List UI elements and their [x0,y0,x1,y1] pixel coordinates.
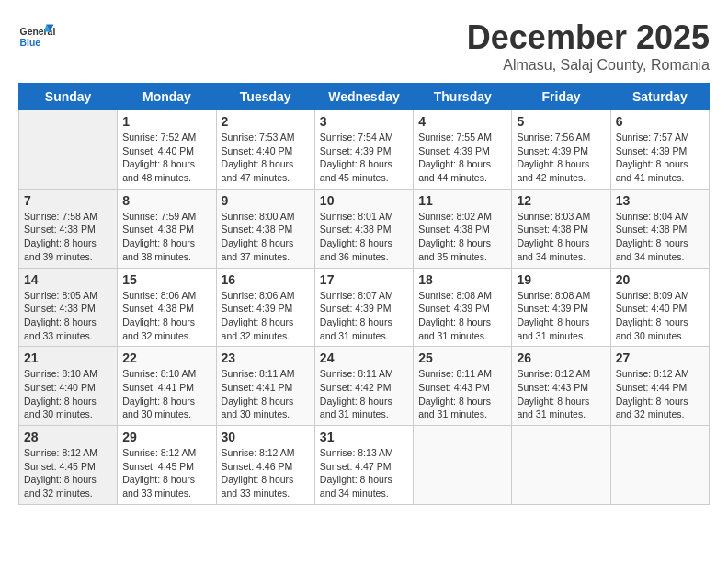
day-info: Sunrise: 8:01 AMSunset: 4:38 PMDaylight:… [320,210,408,264]
calendar-cell [610,426,709,505]
calendar-cell: 3Sunrise: 7:54 AMSunset: 4:39 PMDaylight… [314,110,413,190]
calendar-cell: 28Sunrise: 8:12 AMSunset: 4:45 PMDayligh… [19,426,118,505]
calendar-cell: 18Sunrise: 8:08 AMSunset: 4:39 PMDayligh… [414,268,512,347]
calendar-cell: 27Sunrise: 8:12 AMSunset: 4:44 PMDayligh… [610,347,709,426]
weekday-header-sunday: Sunday [19,84,118,110]
day-number: 9 [222,193,310,208]
day-number: 25 [418,350,506,365]
weekday-header-row: SundayMondayTuesdayWednesdayThursdayFrid… [19,84,710,110]
calendar-cell: 15Sunrise: 8:06 AMSunset: 4:38 PMDayligh… [118,268,216,347]
day-info: Sunrise: 8:02 AMSunset: 4:38 PMDaylight:… [418,210,506,264]
day-number: 15 [122,272,210,287]
day-number: 1 [122,114,210,129]
day-info: Sunrise: 8:12 AMSunset: 4:46 PMDaylight:… [222,446,310,500]
day-info: Sunrise: 8:06 AMSunset: 4:38 PMDaylight:… [122,289,210,343]
weekday-header-saturday: Saturday [610,84,709,110]
day-number: 18 [418,272,506,287]
title-section: December 2025 Almasu, Salaj County, Roma… [467,18,710,74]
day-info: Sunrise: 8:00 AMSunset: 4:38 PMDaylight:… [222,210,310,264]
day-number: 23 [222,350,310,365]
calendar-table: SundayMondayTuesdayWednesdayThursdayFrid… [18,83,710,505]
weekday-header-monday: Monday [118,84,216,110]
day-number: 16 [222,272,310,287]
day-number: 28 [24,430,112,444]
day-number: 13 [616,193,704,208]
day-info: Sunrise: 8:12 AMSunset: 4:45 PMDaylight:… [122,446,210,500]
day-info: Sunrise: 8:05 AMSunset: 4:38 PMDaylight:… [24,289,112,343]
calendar-cell: 16Sunrise: 8:06 AMSunset: 4:39 PMDayligh… [216,268,314,347]
calendar-cell: 13Sunrise: 8:04 AMSunset: 4:38 PMDayligh… [610,189,709,268]
calendar-week-4: 21Sunrise: 8:10 AMSunset: 4:40 PMDayligh… [19,347,710,426]
day-number: 8 [122,193,210,208]
calendar-week-5: 28Sunrise: 8:12 AMSunset: 4:45 PMDayligh… [19,426,710,505]
calendar-cell: 21Sunrise: 8:10 AMSunset: 4:40 PMDayligh… [19,347,118,426]
day-number: 27 [616,350,704,365]
day-info: Sunrise: 8:11 AMSunset: 4:43 PMDaylight:… [418,367,506,421]
day-number: 17 [320,272,408,287]
day-info: Sunrise: 8:10 AMSunset: 4:40 PMDaylight:… [24,367,112,421]
location-subtitle: Almasu, Salaj County, Romania [467,57,710,74]
day-number: 7 [24,193,112,208]
day-number: 19 [517,272,605,287]
weekday-header-thursday: Thursday [414,84,512,110]
calendar-cell: 26Sunrise: 8:12 AMSunset: 4:43 PMDayligh… [512,347,610,426]
calendar-cell: 22Sunrise: 8:10 AMSunset: 4:41 PMDayligh… [118,347,216,426]
calendar-cell: 31Sunrise: 8:13 AMSunset: 4:47 PMDayligh… [314,426,413,505]
day-number: 5 [517,114,605,129]
calendar-cell: 11Sunrise: 8:02 AMSunset: 4:38 PMDayligh… [414,189,512,268]
calendar-cell: 6Sunrise: 7:57 AMSunset: 4:39 PMDaylight… [610,110,709,190]
calendar-week-2: 7Sunrise: 7:58 AMSunset: 4:38 PMDaylight… [19,189,710,268]
calendar-cell: 12Sunrise: 8:03 AMSunset: 4:38 PMDayligh… [512,189,610,268]
day-info: Sunrise: 8:06 AMSunset: 4:39 PMDaylight:… [222,289,310,343]
day-info: Sunrise: 8:12 AMSunset: 4:44 PMDaylight:… [616,367,704,421]
day-number: 6 [616,114,704,129]
calendar-cell: 23Sunrise: 8:11 AMSunset: 4:41 PMDayligh… [216,347,314,426]
weekday-header-friday: Friday [512,84,610,110]
calendar-cell: 7Sunrise: 7:58 AMSunset: 4:38 PMDaylight… [19,189,118,268]
calendar-cell: 10Sunrise: 8:01 AMSunset: 4:38 PMDayligh… [314,189,413,268]
day-info: Sunrise: 8:09 AMSunset: 4:40 PMDaylight:… [616,289,704,343]
header: General Blue December 2025 Almasu, Salaj… [18,18,710,74]
day-info: Sunrise: 8:07 AMSunset: 4:39 PMDaylight:… [320,289,408,343]
calendar-cell [19,110,118,190]
day-number: 29 [122,430,210,444]
calendar-cell: 4Sunrise: 7:55 AMSunset: 4:39 PMDaylight… [414,110,512,190]
calendar-cell: 9Sunrise: 8:00 AMSunset: 4:38 PMDaylight… [216,189,314,268]
day-info: Sunrise: 7:52 AMSunset: 4:40 PMDaylight:… [122,131,210,185]
calendar-week-1: 1Sunrise: 7:52 AMSunset: 4:40 PMDaylight… [19,110,710,190]
day-number: 31 [320,430,408,444]
calendar-cell: 14Sunrise: 8:05 AMSunset: 4:38 PMDayligh… [19,268,118,347]
day-number: 3 [320,114,408,129]
day-info: Sunrise: 7:59 AMSunset: 4:38 PMDaylight:… [122,210,210,264]
day-number: 22 [122,350,210,365]
calendar-cell: 19Sunrise: 8:08 AMSunset: 4:39 PMDayligh… [512,268,610,347]
day-number: 2 [222,114,310,129]
day-info: Sunrise: 7:54 AMSunset: 4:39 PMDaylight:… [320,131,408,185]
day-info: Sunrise: 8:08 AMSunset: 4:39 PMDaylight:… [418,289,506,343]
calendar-cell: 29Sunrise: 8:12 AMSunset: 4:45 PMDayligh… [118,426,216,505]
day-info: Sunrise: 8:11 AMSunset: 4:41 PMDaylight:… [222,367,310,421]
day-info: Sunrise: 7:56 AMSunset: 4:39 PMDaylight:… [517,131,605,185]
calendar-cell: 8Sunrise: 7:59 AMSunset: 4:38 PMDaylight… [118,189,216,268]
day-info: Sunrise: 7:58 AMSunset: 4:38 PMDaylight:… [24,210,112,264]
calendar-week-3: 14Sunrise: 8:05 AMSunset: 4:38 PMDayligh… [19,268,710,347]
day-number: 10 [320,193,408,208]
day-info: Sunrise: 8:04 AMSunset: 4:38 PMDaylight:… [616,210,704,264]
day-number: 4 [418,114,506,129]
logo: General Blue [18,18,59,55]
calendar-cell: 30Sunrise: 8:12 AMSunset: 4:46 PMDayligh… [216,426,314,505]
day-info: Sunrise: 8:11 AMSunset: 4:42 PMDaylight:… [320,367,408,421]
day-number: 26 [517,350,605,365]
calendar-cell: 24Sunrise: 8:11 AMSunset: 4:42 PMDayligh… [314,347,413,426]
calendar-cell: 1Sunrise: 7:52 AMSunset: 4:40 PMDaylight… [118,110,216,190]
calendar-cell [414,426,512,505]
calendar-cell: 2Sunrise: 7:53 AMSunset: 4:40 PMDaylight… [216,110,314,190]
calendar-cell: 25Sunrise: 8:11 AMSunset: 4:43 PMDayligh… [414,347,512,426]
calendar-cell: 17Sunrise: 8:07 AMSunset: 4:39 PMDayligh… [314,268,413,347]
day-info: Sunrise: 8:12 AMSunset: 4:43 PMDaylight:… [517,367,605,421]
day-info: Sunrise: 7:53 AMSunset: 4:40 PMDaylight:… [222,131,310,185]
day-number: 30 [222,430,310,444]
calendar-cell [512,426,610,505]
day-number: 11 [418,193,506,208]
day-number: 20 [616,272,704,287]
